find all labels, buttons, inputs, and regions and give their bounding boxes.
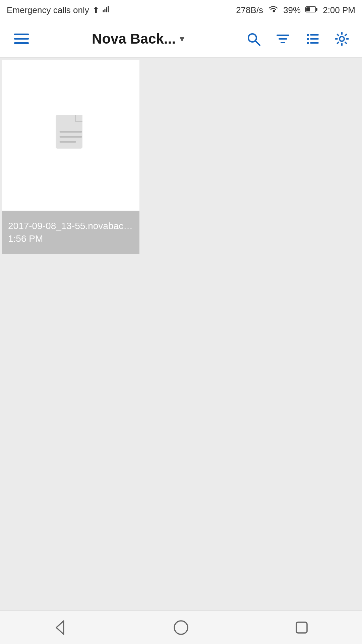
battery-percent: 39% bbox=[283, 5, 301, 15]
file-card[interactable]: 2017-09-08_13-55.novaback... 1:56 PM bbox=[2, 60, 139, 254]
clock: 2:00 PM bbox=[323, 5, 355, 15]
svg-rect-8 bbox=[307, 34, 309, 36]
svg-line-4 bbox=[255, 41, 260, 45]
emergency-calls-text: Emergency calls only bbox=[7, 5, 89, 15]
content-area: 2017-09-08_13-55.novaback... 1:56 PM bbox=[0, 58, 362, 610]
svg-point-21 bbox=[174, 621, 188, 634]
upload-icon: ⬆ bbox=[93, 5, 99, 15]
title-area[interactable]: Nova Back... ▾ bbox=[34, 31, 243, 47]
menu-button[interactable] bbox=[9, 27, 34, 51]
list-view-button[interactable] bbox=[302, 28, 323, 50]
hamburger-icon bbox=[14, 34, 29, 44]
app-bar: Nova Back... ▾ bbox=[0, 20, 362, 58]
settings-button[interactable] bbox=[331, 28, 353, 50]
battery-icon bbox=[305, 5, 318, 15]
svg-rect-22 bbox=[296, 622, 307, 633]
svg-rect-12 bbox=[307, 42, 309, 44]
app-title: Nova Back... bbox=[92, 31, 176, 47]
file-card-info: 2017-09-08_13-55.novaback... 1:56 PM bbox=[2, 211, 139, 254]
status-left: Emergency calls only ⬆ bbox=[7, 4, 112, 16]
svg-rect-16 bbox=[76, 115, 82, 122]
network-speed: 278B/s bbox=[236, 5, 263, 15]
recents-button[interactable] bbox=[282, 614, 322, 641]
file-preview bbox=[2, 60, 139, 211]
svg-rect-1 bbox=[306, 7, 310, 11]
svg-marker-20 bbox=[56, 621, 64, 634]
file-time: 1:56 PM bbox=[8, 233, 133, 244]
search-button[interactable] bbox=[243, 28, 264, 50]
wifi-icon bbox=[268, 5, 279, 15]
back-button[interactable] bbox=[40, 614, 80, 641]
dropdown-icon: ▾ bbox=[180, 33, 184, 44]
svg-point-14 bbox=[340, 37, 344, 41]
document-icon bbox=[52, 113, 89, 157]
app-bar-actions bbox=[243, 28, 353, 50]
signal-icon bbox=[103, 4, 112, 16]
status-right: 278B/s 39% 2:00 PM bbox=[236, 5, 355, 15]
home-button[interactable] bbox=[161, 614, 201, 641]
svg-rect-10 bbox=[307, 38, 309, 40]
status-bar: Emergency calls only ⬆ 278B/s 39% bbox=[0, 0, 362, 20]
file-name: 2017-09-08_13-55.novaback... bbox=[8, 221, 133, 231]
svg-rect-2 bbox=[316, 8, 317, 11]
filter-button[interactable] bbox=[272, 28, 294, 50]
bottom-nav-bar bbox=[0, 610, 362, 644]
